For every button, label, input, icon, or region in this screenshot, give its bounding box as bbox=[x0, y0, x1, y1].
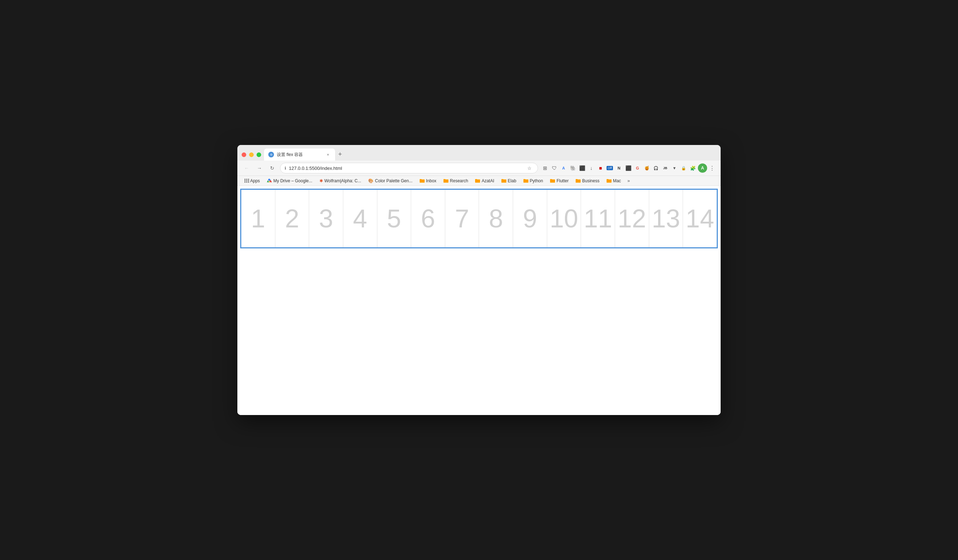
puzzle-icon[interactable]: 🧩 bbox=[688, 164, 697, 172]
dark-icon[interactable]: ⬛ bbox=[624, 164, 633, 172]
apps-grid-icon bbox=[244, 179, 249, 183]
url-text: 127.0.0.1:5500/index.html bbox=[289, 166, 523, 171]
folder-icon-inbox bbox=[420, 179, 425, 182]
flex-container: 1234567891011121314 bbox=[240, 189, 718, 248]
research-label: Research bbox=[450, 178, 468, 183]
tab-title: 设置 flex 容器 bbox=[277, 152, 322, 158]
flex-item: 6 bbox=[411, 190, 445, 247]
tab-favicon: ⚙ bbox=[268, 152, 274, 157]
evernote-icon[interactable]: 🐘 bbox=[569, 164, 577, 172]
tab-close-button[interactable]: × bbox=[325, 152, 331, 157]
my-drive-label: My Drive – Google... bbox=[273, 178, 312, 183]
apps-label: Apps bbox=[250, 178, 260, 183]
star-button[interactable]: ☆ bbox=[525, 164, 533, 172]
flex-item: 12 bbox=[615, 190, 649, 247]
elab-label: Elab bbox=[508, 178, 516, 183]
google-icon[interactable]: G bbox=[633, 164, 642, 172]
extensions-row: ⊞ 🛡 A 🐘 ⬛ ↓ ■ Off N ⬛ G 🍯 🎧 JB ▼ 🔒 🧩 A ⋮ bbox=[541, 163, 716, 173]
bookmark-research[interactable]: Research bbox=[441, 178, 471, 184]
reload-button[interactable]: ↻ bbox=[267, 163, 277, 173]
color-palette-label: Color Palette Gen... bbox=[375, 178, 412, 183]
red-icon[interactable]: ■ bbox=[596, 164, 605, 172]
bookmark-azatai[interactable]: AzatAI bbox=[472, 178, 497, 184]
active-tab[interactable]: ⚙ 设置 flex 容器 × bbox=[264, 149, 335, 160]
headphone-icon[interactable]: 🎧 bbox=[652, 164, 660, 172]
bookmarks-bar: Apps My Drive – Google... ✱ Wolfram|Alph… bbox=[237, 176, 721, 186]
flex-item: 9 bbox=[513, 190, 547, 247]
profile-button[interactable]: A bbox=[698, 163, 707, 173]
notion-icon[interactable]: N bbox=[615, 164, 623, 172]
download-icon[interactable]: ↓ bbox=[587, 164, 596, 172]
title-bar: ⚙ 设置 flex 容器 × + bbox=[237, 145, 721, 160]
honey-icon[interactable]: 🍯 bbox=[642, 164, 651, 172]
translate-icon[interactable]: A bbox=[559, 164, 568, 172]
bookmark-mac[interactable]: Mac bbox=[604, 178, 624, 184]
business-label: Business bbox=[582, 178, 600, 183]
flutter-label: Flutter bbox=[557, 178, 569, 183]
browser-window: ⚙ 设置 flex 容器 × + ← → ↻ ℹ 127.0.0.1:5500/… bbox=[237, 145, 721, 415]
window-controls bbox=[242, 152, 261, 160]
address-actions: ☆ bbox=[525, 164, 533, 172]
folder-icon-mac bbox=[607, 179, 612, 182]
page-content: 1234567891011121314 bbox=[237, 186, 721, 415]
folder-icon-elab bbox=[501, 179, 506, 182]
inbox-label: Inbox bbox=[426, 178, 436, 183]
forward-button[interactable]: → bbox=[254, 163, 264, 173]
close-window-button[interactable] bbox=[242, 152, 246, 157]
mac-label: Mac bbox=[613, 178, 621, 183]
new-tab-button[interactable]: + bbox=[335, 149, 345, 159]
flex-item: 5 bbox=[377, 190, 411, 247]
browser-menu-button[interactable]: ⋮ bbox=[708, 164, 716, 172]
folder-icon-azatai bbox=[475, 179, 480, 182]
grid-icon[interactable]: ⊞ bbox=[541, 164, 549, 172]
nav-bar: ← → ↻ ℹ 127.0.0.1:5500/index.html ☆ ⊞ 🛡 … bbox=[237, 160, 721, 176]
tab-row: ⚙ 设置 flex 容器 × + bbox=[242, 149, 716, 160]
google-drive-icon bbox=[267, 179, 272, 183]
page-rest bbox=[237, 251, 721, 415]
back-button[interactable]: ← bbox=[242, 163, 252, 173]
folder-icon-python bbox=[523, 179, 528, 182]
minimize-window-button[interactable] bbox=[249, 152, 254, 157]
flex-item: 10 bbox=[547, 190, 581, 247]
python-label: Python bbox=[530, 178, 543, 183]
jb-icon[interactable]: JB bbox=[661, 164, 669, 172]
flex-item: 4 bbox=[343, 190, 377, 247]
lock-icon[interactable]: 🔒 bbox=[679, 164, 688, 172]
bookmark-flutter[interactable]: Flutter bbox=[547, 178, 571, 184]
maximize-window-button[interactable] bbox=[257, 152, 261, 157]
folder-icon-business bbox=[576, 179, 581, 182]
flex-item: 1 bbox=[241, 190, 275, 247]
video-icon[interactable]: ⬛ bbox=[578, 164, 586, 172]
azatai-label: AzatAI bbox=[482, 178, 494, 183]
bookmark-apps[interactable]: Apps bbox=[242, 178, 263, 184]
flex-item: 8 bbox=[479, 190, 513, 247]
bookmark-color-palette[interactable]: 🎨 Color Palette Gen... bbox=[365, 178, 415, 184]
bookmark-inbox[interactable]: Inbox bbox=[417, 178, 439, 184]
security-icon: ℹ bbox=[285, 166, 286, 171]
bookmark-python[interactable]: Python bbox=[520, 178, 546, 184]
folder-icon-flutter bbox=[550, 179, 555, 182]
bookmark-wolfram[interactable]: ✱ Wolfram|Alpha: C... bbox=[317, 178, 364, 184]
flex-item: 7 bbox=[445, 190, 479, 247]
flex-item: 2 bbox=[275, 190, 309, 247]
arrow-icon[interactable]: ▼ bbox=[670, 164, 679, 172]
shield-icon[interactable]: 🛡 bbox=[550, 164, 558, 172]
bookmarks-more-button[interactable]: » bbox=[625, 177, 632, 184]
flex-item: 11 bbox=[581, 190, 615, 247]
wolfram-icon: ✱ bbox=[319, 178, 323, 183]
wolfram-label: Wolfram|Alpha: C... bbox=[324, 178, 362, 183]
folder-icon-research bbox=[444, 179, 449, 182]
office-icon[interactable]: Off bbox=[606, 164, 614, 172]
bookmark-my-drive[interactable]: My Drive – Google... bbox=[264, 178, 315, 184]
flex-item: 3 bbox=[309, 190, 343, 247]
flex-item: 14 bbox=[683, 190, 717, 247]
bookmark-elab[interactable]: Elab bbox=[498, 178, 519, 184]
color-palette-icon: 🎨 bbox=[368, 178, 373, 183]
address-bar[interactable]: ℹ 127.0.0.1:5500/index.html ☆ bbox=[280, 163, 538, 173]
bookmark-business[interactable]: Business bbox=[573, 178, 602, 184]
flex-item: 13 bbox=[649, 190, 683, 247]
